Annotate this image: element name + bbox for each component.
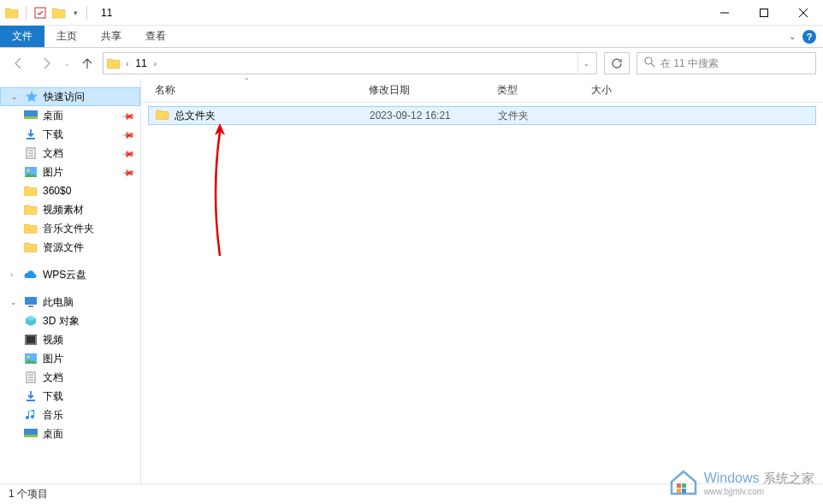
folder-icon: [105, 55, 122, 72]
chevron-right-icon[interactable]: ›: [151, 59, 160, 68]
sidebar-item-label: 下载: [43, 127, 118, 142]
sidebar-item-label: 快速访问: [44, 90, 139, 104]
tab-share[interactable]: 共享: [89, 26, 133, 47]
sidebar-item-downloads-pc[interactable]: 下载: [0, 387, 140, 406]
folder-icon: [5, 6, 19, 20]
cube-icon: [24, 314, 38, 328]
sidebar-item-folder[interactable]: 音乐文件夹: [0, 219, 140, 238]
tab-file[interactable]: 文件: [0, 26, 44, 47]
folder-icon: [24, 240, 38, 254]
sidebar-item-quick-access[interactable]: ⌄ 快速访问: [0, 87, 140, 106]
picture-icon: [24, 165, 38, 179]
sidebar-item-desktop-pc[interactable]: 桌面: [0, 424, 140, 443]
column-size[interactable]: 大小: [577, 83, 646, 98]
column-name[interactable]: 名称: [141, 83, 355, 98]
sidebar-item-label: 下载: [43, 389, 140, 404]
sidebar-item-label: 视频素材: [43, 203, 140, 217]
refresh-button[interactable]: [604, 52, 630, 74]
svg-rect-16: [28, 305, 33, 307]
sidebar-item-label: 视频: [43, 333, 140, 347]
help-icon[interactable]: ?: [802, 30, 816, 44]
sidebar-item-folder[interactable]: 资源文件: [0, 238, 140, 257]
column-headers: 名称 ⌃ 修改日期 类型 大小: [141, 79, 823, 103]
sidebar-item-pictures-pc[interactable]: 图片: [0, 349, 140, 368]
file-list[interactable]: 总文件夹 2023-09-12 16:21 文件夹: [141, 103, 823, 483]
sidebar-item-label: 文档: [43, 146, 118, 161]
maximize-button[interactable]: [744, 0, 784, 26]
history-dropdown-icon[interactable]: ⌄: [62, 60, 72, 68]
sidebar-item-label: 图片: [43, 352, 140, 366]
pin-icon: 📌: [121, 165, 135, 179]
qat-divider: [26, 6, 27, 20]
sidebar-item-label: 桌面: [43, 109, 118, 123]
folder-icon-small: [52, 6, 66, 20]
navigation-pane[interactable]: ⌄ 快速访问 桌面 📌 下载 📌 文档 📌 图片 📌 360$0: [0, 79, 141, 483]
sidebar-item-3d[interactable]: 3D 对象: [0, 311, 140, 330]
sidebar-item-label: 音乐文件夹: [43, 222, 140, 236]
sidebar-item-label: 资源文件: [43, 240, 140, 255]
address-bar[interactable]: › 11 › ⌄: [103, 52, 597, 74]
sidebar-item-documents[interactable]: 文档 📌: [0, 144, 140, 163]
sidebar-item-this-pc[interactable]: ⌄ 此电脑: [0, 293, 140, 311]
search-icon: [644, 56, 655, 71]
pin-icon: 📌: [121, 127, 135, 141]
close-button[interactable]: [784, 0, 823, 26]
sidebar-item-documents-pc[interactable]: 文档: [0, 368, 140, 387]
sidebar-item-label: 文档: [43, 371, 140, 385]
sidebar-item-videos[interactable]: 视频: [0, 330, 140, 349]
search-input[interactable]: 在 11 中搜索: [636, 52, 816, 74]
pin-icon: 📌: [121, 146, 135, 160]
forward-button[interactable]: [34, 51, 58, 75]
sidebar-item-downloads[interactable]: 下载 📌: [0, 125, 140, 144]
sidebar-item-folder[interactable]: 视频素材: [0, 200, 140, 219]
column-modified[interactable]: 修改日期: [355, 83, 483, 98]
minimize-button[interactable]: [705, 0, 744, 26]
navigation-bar: ⌄ › 11 › ⌄ 在 11 中搜索: [0, 48, 823, 79]
qat-dropdown-icon[interactable]: ▾: [71, 6, 80, 20]
svg-point-19: [25, 336, 26, 337]
expand-ribbon-icon[interactable]: ⌄: [789, 32, 796, 41]
status-bar: 1 个项目: [0, 483, 823, 504]
sidebar-item-desktop[interactable]: 桌面 📌: [0, 106, 140, 125]
folder-icon: [24, 222, 38, 235]
sidebar-item-label: 图片: [43, 165, 118, 180]
svg-rect-8: [24, 116, 38, 119]
chevron-right-icon[interactable]: ›: [122, 59, 132, 68]
expand-caret-icon[interactable]: ⌄: [11, 92, 20, 101]
document-icon: [24, 371, 38, 384]
music-icon: [24, 408, 38, 422]
sidebar-item-music[interactable]: 音乐: [0, 406, 140, 424]
tab-home[interactable]: 主页: [44, 26, 89, 47]
file-modified: 2023-09-12 16:21: [363, 110, 491, 122]
document-icon: [24, 146, 38, 160]
status-text: 1 个项目: [9, 487, 48, 501]
properties-icon[interactable]: [33, 6, 47, 20]
file-name: 总文件夹: [175, 109, 216, 123]
svg-rect-2: [761, 9, 768, 16]
star-icon: [25, 90, 38, 104]
svg-point-22: [35, 336, 36, 337]
sidebar-item-folder[interactable]: 360$0: [0, 181, 140, 200]
expand-caret-icon[interactable]: ⌄: [10, 298, 19, 306]
tab-view[interactable]: 查看: [133, 26, 178, 47]
expand-caret-icon[interactable]: ›: [10, 270, 19, 279]
sidebar-item-label: 桌面: [43, 427, 140, 442]
breadcrumb-segment[interactable]: 11: [132, 57, 150, 69]
sidebar-item-label: 360$0: [43, 185, 140, 197]
up-button[interactable]: [75, 51, 99, 75]
back-button[interactable]: [7, 51, 31, 75]
sidebar-item-pictures[interactable]: 图片 📌: [0, 163, 140, 181]
folder-icon: [156, 109, 169, 123]
file-type: 文件夹: [491, 109, 585, 123]
svg-point-26: [27, 356, 30, 359]
svg-rect-18: [27, 336, 35, 343]
folder-icon: [24, 203, 38, 216]
column-type[interactable]: 类型: [483, 83, 577, 98]
picture-icon: [24, 352, 38, 365]
sidebar-item-wps[interactable]: › WPS云盘: [0, 265, 140, 284]
cloud-icon: [24, 268, 38, 282]
address-dropdown-icon[interactable]: ⌄: [577, 53, 595, 74]
download-icon: [24, 389, 38, 403]
folder-icon: [24, 184, 38, 198]
file-row[interactable]: 总文件夹 2023-09-12 16:21 文件夹: [148, 106, 816, 125]
